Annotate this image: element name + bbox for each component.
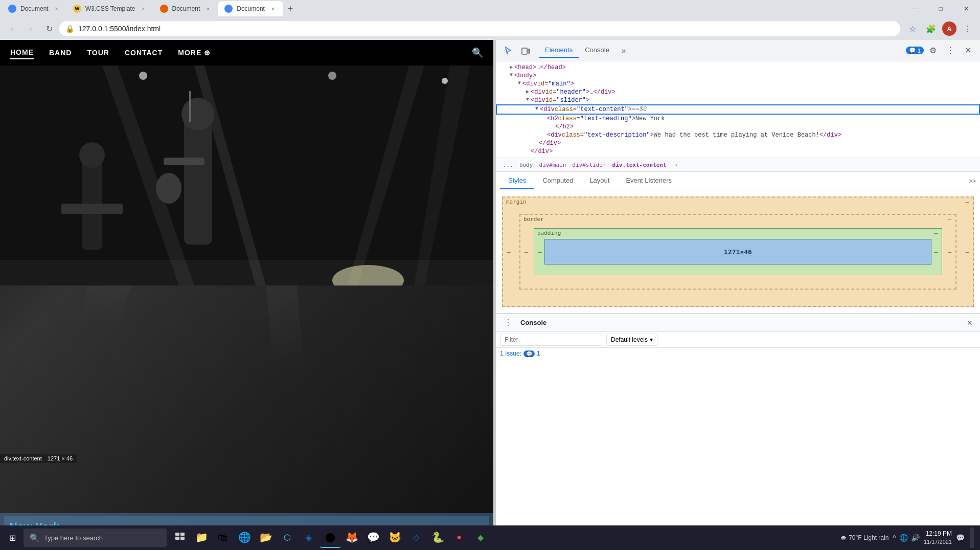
taskbar-slack[interactable]: 💬 <box>363 527 383 548</box>
tab-1[interactable]: Document × <box>2 1 67 16</box>
taskbar: ⊞ 🔍 Type here to search 📁 🛍 🌐 📂 ⬡ ◈ ⬤ 🦊 … <box>0 525 980 550</box>
taskbar-folder2[interactable]: 📂 <box>256 527 276 548</box>
tab-2-close[interactable]: × <box>140 5 148 13</box>
taskbar-edge[interactable]: 🌐 <box>234 527 255 548</box>
inspect-element-button[interactable] <box>500 42 516 59</box>
minimize-button[interactable]: — <box>903 1 927 16</box>
notifications-badge[interactable]: 💬 1 <box>906 47 924 54</box>
text-content-triangle[interactable] <box>534 106 540 112</box>
tab-elements[interactable]: Elements <box>539 43 579 58</box>
forward-button[interactable]: › <box>22 20 39 37</box>
tab-event-listeners[interactable]: Event Listeners <box>618 172 680 189</box>
site-nav: HOME BAND TOUR CONTACT MORE ⊕ 🔍 <box>0 40 493 65</box>
tree-text-content[interactable]: <div class= "text-content" > == $0 <box>496 104 980 115</box>
device-toolbar-button[interactable] <box>517 42 534 59</box>
nav-band[interactable]: BAND <box>49 47 72 59</box>
console-close-button[interactable]: ✕ <box>964 317 976 329</box>
chevron-tray-icon[interactable]: ^ <box>893 534 896 542</box>
notification-icon[interactable]: 💬 <box>956 534 965 542</box>
taskbar-dev[interactable]: ⬡ <box>277 527 298 548</box>
nav-contact[interactable]: CONTACT <box>125 47 163 59</box>
more-panel-tabs[interactable]: » <box>616 42 632 59</box>
close-button[interactable]: ✕ <box>954 1 978 16</box>
bc-main[interactable]: div#main <box>536 161 569 169</box>
bc-slider[interactable]: div#slider <box>569 161 609 169</box>
tree-slider[interactable]: <div id= "slider" > <box>496 96 980 104</box>
head-triangle[interactable] <box>508 64 514 70</box>
bc-ellipsis[interactable]: ... <box>500 161 516 169</box>
device-icon <box>521 46 530 55</box>
tree-body[interactable]: <body> <box>496 72 980 80</box>
tab-1-close[interactable]: × <box>53 5 61 13</box>
tree-div-close2[interactable]: </div> <box>496 147 980 156</box>
devtools-menu-button[interactable]: ⋮ <box>942 42 959 59</box>
profile-button[interactable]: A <box>941 20 958 37</box>
nav-home[interactable]: HOME <box>10 46 34 59</box>
tree-h2-close[interactable]: </h2> <box>496 123 980 131</box>
start-button[interactable]: ⊞ <box>2 527 22 548</box>
taskbar-app1[interactable]: ● <box>449 527 469 548</box>
tree-head[interactable]: <head> … </head> <box>496 63 980 72</box>
show-desktop-button[interactable] <box>970 527 974 548</box>
nav-more[interactable]: MORE ⊕ <box>178 47 211 59</box>
bc-more[interactable]: › <box>672 161 681 169</box>
header-triangle[interactable] <box>525 89 531 95</box>
taskbar-task-view[interactable] <box>170 527 190 548</box>
tab-styles[interactable]: Styles <box>500 172 534 189</box>
taskbar-vscode[interactable]: ◇ <box>406 527 426 548</box>
console-menu-button[interactable]: ⋮ <box>500 315 516 331</box>
more-tabs[interactable]: >> <box>969 178 976 185</box>
address-input[interactable]: 🔒 127.0.0.1:5500/index.html <box>59 21 900 36</box>
taskbar-vs[interactable]: ◈ <box>299 527 319 548</box>
tree-text-desc[interactable]: <div class= "text-description" > We had … <box>496 131 980 139</box>
bc-body[interactable]: body <box>516 161 536 169</box>
console-filter-input[interactable] <box>500 334 602 346</box>
tree-div-close1[interactable]: </div> <box>496 139 980 147</box>
volume-icon[interactable]: 🔊 <box>911 534 920 542</box>
slider-triangle[interactable] <box>525 97 531 102</box>
main-triangle[interactable] <box>516 80 522 86</box>
svg-rect-8 <box>184 117 212 245</box>
bc-text-content[interactable]: div.text-content <box>609 161 670 169</box>
taskbar-python[interactable]: 🐍 <box>427 527 448 548</box>
tab-3-title: Document <box>172 5 200 12</box>
taskbar-store[interactable]: 🛍 <box>213 527 233 548</box>
weather-info[interactable]: 🌧 70°F Light rain <box>840 534 888 541</box>
bookmark-button[interactable]: ☆ <box>904 20 921 37</box>
network-icon[interactable]: 🌐 <box>899 534 908 542</box>
taskbar-file-explorer[interactable]: 📁 <box>191 527 212 548</box>
default-levels-dropdown[interactable]: Default levels ▾ <box>606 334 657 346</box>
tray-clock[interactable]: 12:19 PM 11/17/2021 <box>924 530 952 546</box>
maximize-button[interactable]: □ <box>929 1 952 16</box>
tab-layout[interactable]: Layout <box>581 172 618 189</box>
tree-header[interactable]: <div id= "header" > … </div> <box>496 88 980 96</box>
tree-main[interactable]: <div id= "main" > <box>496 80 980 88</box>
taskbar-search[interactable]: 🔍 Type here to search <box>24 529 167 547</box>
tab-3[interactable]: Document × <box>154 1 219 16</box>
tab-3-close[interactable]: × <box>204 5 212 13</box>
taskbar-github[interactable]: 🐱 <box>384 527 405 548</box>
settings-gear-button[interactable]: ⚙ <box>925 42 941 59</box>
border-dash: – <box>948 216 951 223</box>
body-triangle[interactable] <box>508 72 514 78</box>
settings-button[interactable]: ⋮ <box>960 20 976 37</box>
tab-4[interactable]: Document × <box>218 1 283 16</box>
nav-tour[interactable]: TOUR <box>87 47 109 59</box>
back-button[interactable]: ‹ <box>4 20 20 37</box>
tree-h2[interactable]: <h2 class= "text-heading" > New York <box>496 115 980 123</box>
tab-computed[interactable]: Computed <box>534 172 581 189</box>
reload-button[interactable]: ↻ <box>41 20 57 37</box>
taskbar-app2[interactable]: ◆ <box>470 527 491 548</box>
issue-badge[interactable]: 1 Issue: 💬 1 <box>500 350 540 357</box>
close-devtools-button[interactable]: ✕ <box>960 42 976 59</box>
tab-elements-label: Elements <box>545 46 573 54</box>
tab-2[interactable]: W W3.CSS Template × <box>67 1 154 16</box>
extensions-button[interactable]: 🧩 <box>923 20 939 37</box>
tab-console[interactable]: Console <box>579 43 616 58</box>
svg-rect-12 <box>189 91 191 122</box>
search-icon[interactable]: 🔍 <box>472 47 483 58</box>
taskbar-firefox[interactable]: 🦊 <box>341 527 362 548</box>
new-tab-button[interactable]: + <box>283 2 298 16</box>
tab-4-close[interactable]: × <box>269 5 277 13</box>
taskbar-chrome[interactable]: ⬤ <box>320 527 340 548</box>
